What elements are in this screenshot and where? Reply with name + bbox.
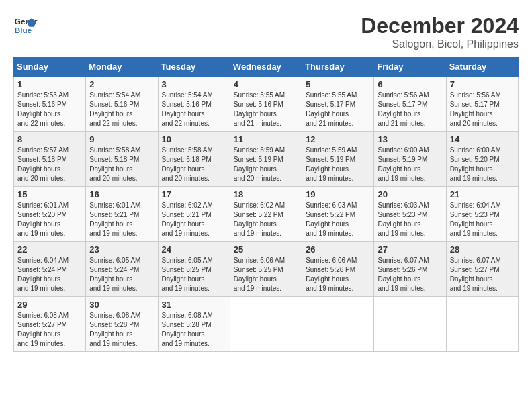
day-number: 27 xyxy=(378,244,442,255)
calendar-cell: 16Sunrise: 6:01 AMSunset: 5:21 PMDayligh… xyxy=(86,187,158,242)
day-number: 29 xyxy=(17,300,82,310)
month-title: December 2024 xyxy=(361,13,519,38)
day-header-saturday: Saturday xyxy=(446,58,518,77)
day-number: 8 xyxy=(17,134,82,144)
calendar-cell: 20Sunrise: 6:03 AMSunset: 5:23 PMDayligh… xyxy=(374,187,446,242)
day-info: Sunrise: 5:54 AMSunset: 5:16 PMDaylight … xyxy=(89,91,154,128)
calendar-week-3: 15Sunrise: 6:01 AMSunset: 5:20 PMDayligh… xyxy=(14,187,519,242)
day-info: Sunrise: 6:00 AMSunset: 5:19 PMDaylight … xyxy=(378,146,442,183)
calendar-cell xyxy=(302,297,374,352)
day-info: Sunrise: 5:57 AMSunset: 5:18 PMDaylight … xyxy=(17,146,82,183)
day-number: 6 xyxy=(378,79,442,89)
calendar-table: SundayMondayTuesdayWednesdayThursdayFrid… xyxy=(13,57,519,352)
calendar-cell: 26Sunrise: 6:06 AMSunset: 5:26 PMDayligh… xyxy=(302,242,374,297)
day-number: 13 xyxy=(378,134,442,144)
day-info: Sunrise: 6:00 AMSunset: 5:20 PMDaylight … xyxy=(450,146,515,183)
day-info: Sunrise: 6:07 AMSunset: 5:27 PMDaylight … xyxy=(450,256,515,293)
day-number: 22 xyxy=(17,244,82,255)
calendar-cell: 4Sunrise: 5:55 AMSunset: 5:16 PMDaylight… xyxy=(230,77,302,132)
page-header: General Blue December 2024 Salogon, Bico… xyxy=(13,13,519,50)
day-info: Sunrise: 5:53 AMSunset: 5:16 PMDaylight … xyxy=(17,91,82,128)
calendar-cell: 18Sunrise: 6:02 AMSunset: 5:22 PMDayligh… xyxy=(230,187,302,242)
day-header-tuesday: Tuesday xyxy=(158,58,230,77)
day-info: Sunrise: 6:06 AMSunset: 5:26 PMDaylight … xyxy=(306,256,370,293)
day-info: Sunrise: 5:58 AMSunset: 5:18 PMDaylight … xyxy=(89,146,154,183)
calendar-cell: 21Sunrise: 6:04 AMSunset: 5:23 PMDayligh… xyxy=(446,187,518,242)
day-number: 23 xyxy=(89,244,154,255)
calendar-cell: 30Sunrise: 6:08 AMSunset: 5:28 PMDayligh… xyxy=(86,297,158,352)
day-number: 15 xyxy=(17,189,82,199)
day-number: 1 xyxy=(17,79,82,89)
day-number: 14 xyxy=(450,134,515,144)
calendar-header-row: SundayMondayTuesdayWednesdayThursdayFrid… xyxy=(14,58,519,77)
calendar-cell: 17Sunrise: 6:02 AMSunset: 5:21 PMDayligh… xyxy=(158,187,230,242)
day-number: 11 xyxy=(234,134,298,144)
day-info: Sunrise: 6:08 AMSunset: 5:27 PMDaylight … xyxy=(17,311,82,349)
day-header-friday: Friday xyxy=(374,58,446,77)
calendar-cell: 23Sunrise: 6:05 AMSunset: 5:24 PMDayligh… xyxy=(86,242,158,297)
calendar-cell: 24Sunrise: 6:05 AMSunset: 5:25 PMDayligh… xyxy=(158,242,230,297)
day-number: 18 xyxy=(234,189,298,199)
day-info: Sunrise: 6:05 AMSunset: 5:25 PMDaylight … xyxy=(162,256,226,293)
calendar-cell: 10Sunrise: 5:58 AMSunset: 5:18 PMDayligh… xyxy=(158,132,230,187)
day-info: Sunrise: 5:55 AMSunset: 5:17 PMDaylight … xyxy=(306,91,370,128)
day-number: 28 xyxy=(450,244,515,255)
calendar-cell: 5Sunrise: 5:55 AMSunset: 5:17 PMDaylight… xyxy=(302,77,374,132)
day-info: Sunrise: 6:08 AMSunset: 5:28 PMDaylight … xyxy=(162,311,226,349)
calendar-cell: 3Sunrise: 5:54 AMSunset: 5:16 PMDaylight… xyxy=(158,77,230,132)
day-info: Sunrise: 5:58 AMSunset: 5:18 PMDaylight … xyxy=(162,146,226,183)
day-info: Sunrise: 6:01 AMSunset: 5:21 PMDaylight … xyxy=(89,201,154,238)
day-header-monday: Monday xyxy=(86,58,158,77)
calendar-cell: 2Sunrise: 5:54 AMSunset: 5:16 PMDaylight… xyxy=(86,77,158,132)
calendar-cell: 27Sunrise: 6:07 AMSunset: 5:26 PMDayligh… xyxy=(374,242,446,297)
calendar-cell: 8Sunrise: 5:57 AMSunset: 5:18 PMDaylight… xyxy=(14,132,86,187)
calendar-cell xyxy=(374,297,446,352)
day-number: 9 xyxy=(89,134,154,144)
day-info: Sunrise: 6:06 AMSunset: 5:25 PMDaylight … xyxy=(234,256,298,293)
day-info: Sunrise: 5:56 AMSunset: 5:17 PMDaylight … xyxy=(450,91,515,128)
day-info: Sunrise: 5:59 AMSunset: 5:19 PMDaylight … xyxy=(306,146,370,183)
calendar-cell: 11Sunrise: 5:59 AMSunset: 5:19 PMDayligh… xyxy=(230,132,302,187)
day-number: 3 xyxy=(162,79,226,89)
day-number: 17 xyxy=(162,189,226,199)
calendar-cell: 1Sunrise: 5:53 AMSunset: 5:16 PMDaylight… xyxy=(14,77,86,132)
day-number: 20 xyxy=(378,189,442,199)
day-info: Sunrise: 5:55 AMSunset: 5:16 PMDaylight … xyxy=(234,91,298,128)
calendar-cell: 28Sunrise: 6:07 AMSunset: 5:27 PMDayligh… xyxy=(446,242,518,297)
day-info: Sunrise: 5:56 AMSunset: 5:17 PMDaylight … xyxy=(378,91,442,128)
calendar-week-5: 29Sunrise: 6:08 AMSunset: 5:27 PMDayligh… xyxy=(14,297,519,352)
calendar-cell: 6Sunrise: 5:56 AMSunset: 5:17 PMDaylight… xyxy=(374,77,446,132)
calendar-cell xyxy=(230,297,302,352)
day-info: Sunrise: 6:03 AMSunset: 5:22 PMDaylight … xyxy=(306,201,370,238)
title-block: December 2024 Salogon, Bicol, Philippine… xyxy=(361,13,519,50)
calendar-cell: 22Sunrise: 6:04 AMSunset: 5:24 PMDayligh… xyxy=(14,242,86,297)
calendar-cell: 29Sunrise: 6:08 AMSunset: 5:27 PMDayligh… xyxy=(14,297,86,352)
day-info: Sunrise: 6:01 AMSunset: 5:20 PMDaylight … xyxy=(17,201,82,238)
day-info: Sunrise: 6:02 AMSunset: 5:22 PMDaylight … xyxy=(234,201,298,238)
logo-icon: General Blue xyxy=(13,13,38,38)
calendar-cell: 19Sunrise: 6:03 AMSunset: 5:22 PMDayligh… xyxy=(302,187,374,242)
day-number: 2 xyxy=(89,79,154,89)
day-number: 7 xyxy=(450,79,515,89)
day-info: Sunrise: 5:54 AMSunset: 5:16 PMDaylight … xyxy=(162,91,226,128)
calendar-cell xyxy=(446,297,518,352)
day-header-sunday: Sunday xyxy=(14,58,86,77)
day-number: 25 xyxy=(234,244,298,255)
day-number: 21 xyxy=(450,189,515,199)
day-info: Sunrise: 5:59 AMSunset: 5:19 PMDaylight … xyxy=(234,146,298,183)
calendar-cell: 31Sunrise: 6:08 AMSunset: 5:28 PMDayligh… xyxy=(158,297,230,352)
calendar-week-2: 8Sunrise: 5:57 AMSunset: 5:18 PMDaylight… xyxy=(14,132,519,187)
calendar-cell: 13Sunrise: 6:00 AMSunset: 5:19 PMDayligh… xyxy=(374,132,446,187)
day-header-wednesday: Wednesday xyxy=(230,58,302,77)
day-number: 10 xyxy=(162,134,226,144)
day-number: 16 xyxy=(89,189,154,199)
day-info: Sunrise: 6:04 AMSunset: 5:23 PMDaylight … xyxy=(450,201,515,238)
day-number: 12 xyxy=(306,134,370,144)
calendar-week-1: 1Sunrise: 5:53 AMSunset: 5:16 PMDaylight… xyxy=(14,77,519,132)
calendar-cell: 25Sunrise: 6:06 AMSunset: 5:25 PMDayligh… xyxy=(230,242,302,297)
logo: General Blue xyxy=(13,13,38,38)
day-header-thursday: Thursday xyxy=(302,58,374,77)
day-info: Sunrise: 6:07 AMSunset: 5:26 PMDaylight … xyxy=(378,256,442,293)
calendar-week-4: 22Sunrise: 6:04 AMSunset: 5:24 PMDayligh… xyxy=(14,242,519,297)
day-info: Sunrise: 6:08 AMSunset: 5:28 PMDaylight … xyxy=(89,311,154,349)
